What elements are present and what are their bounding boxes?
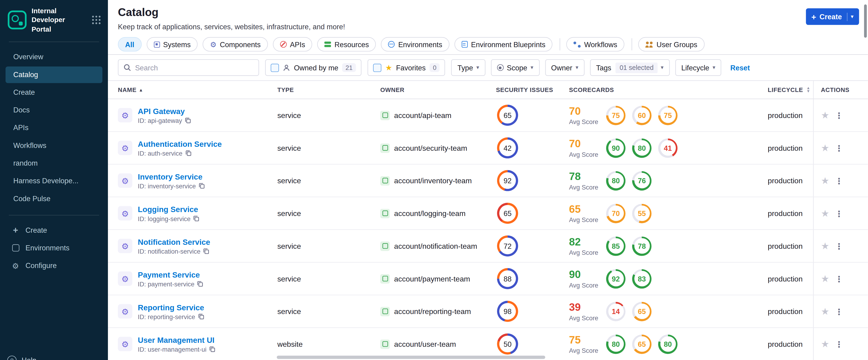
filter-dropdown[interactable]: Owner ▾	[545, 59, 584, 76]
scorecard-badge[interactable]: 76	[632, 171, 651, 190]
scorecard-badge[interactable]: 78	[632, 236, 651, 256]
entity-name-link[interactable]: Reporting Service	[138, 303, 204, 311]
scorecard-badge[interactable]: 55	[632, 204, 651, 223]
security-issues-donut[interactable]: 92	[497, 170, 518, 191]
column-header-lifecycle[interactable]: LIFECYCLE ▲ ▼	[768, 86, 813, 93]
kebab-menu-icon[interactable]: ⋮	[835, 209, 843, 217]
tab[interactable]: User Groups	[638, 37, 704, 52]
lifecycle-value: production	[768, 111, 803, 119]
kebab-menu-icon[interactable]: ⋮	[835, 144, 843, 152]
scorecard-badge[interactable]: 80	[632, 138, 651, 157]
sidebar-item[interactable]: random	[6, 155, 102, 172]
favorite-star-icon[interactable]: ★	[821, 241, 829, 251]
copy-icon[interactable]	[198, 313, 204, 320]
scorecard-badge[interactable]: 75	[606, 106, 625, 125]
security-issues-donut[interactable]: 72	[497, 236, 518, 257]
scorecard-badge[interactable]: 60	[632, 106, 651, 125]
kebab-menu-icon[interactable]: ⋮	[835, 307, 843, 316]
copy-icon[interactable]	[197, 281, 203, 287]
tab[interactable]: APIs	[273, 37, 312, 52]
scorecard-badge[interactable]: 65	[632, 302, 651, 321]
sidebar-item[interactable]: APIs	[6, 120, 102, 136]
module-switcher-icon[interactable]	[91, 15, 101, 25]
security-issues-donut[interactable]: 88	[497, 268, 518, 289]
sidebar-bottom-item[interactable]: ⚙ Configure	[6, 257, 102, 274]
scorecard-badge[interactable]: 65	[632, 334, 651, 354]
entity-name-link[interactable]: Authentication Service	[138, 139, 222, 148]
sidebar-bottom-item[interactable]: Environments	[6, 240, 102, 257]
scorecard-badge[interactable]: 92	[606, 269, 625, 288]
entity-name-link[interactable]: Logging Service	[138, 205, 199, 213]
scorecard-badge[interactable]: 14	[606, 302, 625, 321]
tab[interactable]: All	[118, 37, 142, 52]
scorecard-badge[interactable]: 80	[606, 334, 625, 354]
filter-dropdown[interactable]: Type ▾	[452, 59, 485, 76]
search-input[interactable]	[135, 63, 253, 72]
security-issues-donut[interactable]: 50	[497, 333, 518, 355]
kebab-menu-icon[interactable]: ⋮	[835, 340, 843, 348]
sidebar-item[interactable]: Catalog	[6, 66, 102, 83]
favorite-star-icon[interactable]: ★	[821, 339, 829, 349]
sidebar-item[interactable]: Code Pulse	[6, 190, 102, 207]
security-issues-donut[interactable]: 65	[497, 203, 518, 224]
vertical-scrollbar[interactable]	[864, 4, 867, 38]
scorecard-badge[interactable]: 80	[658, 334, 678, 354]
security-issues-donut[interactable]: 98	[497, 301, 518, 322]
copy-icon[interactable]	[185, 118, 191, 124]
favorite-star-icon[interactable]: ★	[821, 209, 829, 218]
tab[interactable]: Resources	[317, 37, 376, 52]
favorite-star-icon[interactable]: ★	[821, 143, 829, 153]
horizontal-scrollbar[interactable]	[277, 356, 546, 359]
filter-dropdown[interactable]: Tags 01 selected ▾	[590, 59, 670, 76]
copy-icon[interactable]	[209, 346, 215, 352]
sidebar-item[interactable]: Harness Develope...	[6, 173, 102, 189]
favorites-checkbox[interactable]	[373, 63, 381, 72]
kebab-menu-icon[interactable]: ⋮	[835, 242, 843, 250]
copy-icon[interactable]	[193, 215, 199, 221]
favorite-star-icon[interactable]: ★	[821, 307, 829, 316]
column-header-name[interactable]: NAME ▲	[108, 86, 277, 93]
tab[interactable]: ⚙ Components	[203, 37, 268, 52]
favorite-star-icon[interactable]: ★	[821, 274, 829, 283]
lifecycle-cell: production	[768, 209, 813, 217]
copy-icon[interactable]	[203, 248, 209, 254]
scorecard-badge[interactable]: 41	[658, 138, 678, 157]
kebab-menu-icon[interactable]: ⋮	[835, 111, 843, 119]
copy-icon[interactable]	[199, 183, 205, 189]
filter-dropdown[interactable]: Scope ▾	[491, 59, 539, 76]
entity-name-link[interactable]: API Gateway	[138, 107, 191, 115]
filter-dropdown[interactable]: Lifecycle ▾	[675, 59, 721, 76]
favorite-star-icon[interactable]: ★	[821, 176, 829, 185]
create-button[interactable]: + Create ▾	[806, 8, 859, 25]
security-issues-donut[interactable]: 42	[497, 137, 518, 158]
scorecard-badge[interactable]: 70	[606, 204, 625, 223]
copy-icon[interactable]	[185, 150, 191, 156]
sidebar-item[interactable]: Docs	[6, 102, 102, 118]
entity-name-link[interactable]: User Management UI	[138, 335, 215, 344]
kebab-menu-icon[interactable]: ⋮	[835, 177, 843, 185]
entity-name-link[interactable]: Payment Service	[138, 270, 203, 279]
entity-name-link[interactable]: Notification Service	[138, 237, 210, 246]
scorecard-badge[interactable]: 80	[606, 171, 625, 190]
sidebar-help-item[interactable]: ? Help	[7, 356, 36, 360]
sidebar-item[interactable]: Create	[6, 84, 102, 101]
reset-filters-link[interactable]: Reset	[731, 63, 750, 72]
tab[interactable]: Workflows	[566, 37, 624, 52]
owned-by-me-filter[interactable]: Owned by me 21	[265, 59, 361, 76]
sidebar-item[interactable]: Workflows	[6, 137, 102, 154]
sidebar-item[interactable]: Overview	[6, 49, 102, 65]
favorite-star-icon[interactable]: ★	[821, 111, 829, 120]
owned-by-me-checkbox[interactable]	[271, 63, 279, 72]
entity-name-link[interactable]: Inventory Service	[138, 172, 205, 181]
scorecard-badge[interactable]: 85	[606, 236, 625, 256]
scorecard-badge[interactable]: 90	[606, 138, 625, 157]
favorites-filter[interactable]: ★ Favorites 0	[368, 59, 445, 76]
tab[interactable]: Systems	[147, 37, 198, 52]
scorecard-badge[interactable]: 75	[658, 106, 678, 125]
tab[interactable]: Environment Blueprints	[455, 37, 553, 52]
sidebar-bottom-item[interactable]: + Create	[6, 222, 102, 239]
security-issues-donut[interactable]: 65	[497, 105, 518, 126]
scorecard-badge[interactable]: 83	[632, 269, 651, 288]
kebab-menu-icon[interactable]: ⋮	[835, 274, 843, 283]
tab[interactable]: Environments	[381, 37, 450, 52]
